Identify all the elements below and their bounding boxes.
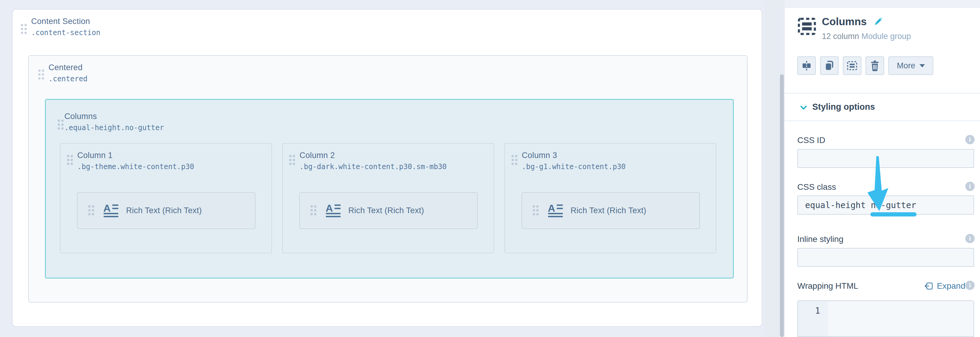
editor-line-number: 1 [798, 301, 828, 336]
module-group-small-icon [846, 60, 858, 72]
info-glyph: i [969, 281, 971, 289]
column-label: Column 2 [299, 151, 447, 160]
drag-handle-icon[interactable] [38, 69, 45, 81]
columns-group-css-class: .equal-height.no-gutter [64, 123, 164, 132]
expand-link[interactable]: Expand [937, 281, 965, 291]
inline-styling-input[interactable] [797, 248, 974, 267]
info-icon[interactable]: i [965, 234, 975, 243]
info-icon[interactable]: i [965, 281, 975, 290]
wrapping-html-editor[interactable]: 1 [797, 300, 974, 337]
content-section-block[interactable]: Content Section .content-section Centere… [12, 9, 762, 327]
columns-group-block-selected[interactable]: Columns .equal-height.no-gutter Column 1… [45, 99, 734, 278]
chevron-down-icon [799, 102, 809, 113]
rich-text-icon: A [103, 204, 119, 218]
centered-label: Centered [49, 63, 88, 72]
panel-top-strip [785, 0, 980, 8]
expand-control[interactable]: Expand [924, 281, 965, 291]
drag-handle-icon[interactable] [532, 205, 539, 217]
svg-text:A: A [326, 204, 333, 214]
column-css-class: .bg-g1.white-content.p30 [522, 163, 626, 171]
duplicate-icon [823, 60, 835, 72]
rich-text-module[interactable]: A Rich Text (Rich Text) [77, 192, 256, 229]
info-icon[interactable]: i [965, 135, 975, 144]
column-label: Column 1 [77, 151, 194, 160]
split-module-button[interactable] [797, 56, 816, 75]
columns-group-label: Columns [64, 112, 164, 121]
subtitle-text: 12 column [822, 32, 861, 41]
info-icon[interactable]: i [965, 182, 975, 191]
css-id-label: CSS ID [797, 136, 825, 145]
module-toolbar: More [797, 56, 933, 75]
section-css-class: .content-section [31, 29, 100, 37]
drag-handle-icon[interactable] [310, 205, 317, 217]
rich-text-icon: A [548, 204, 563, 218]
module-group-icon [797, 17, 816, 36]
centered-block[interactable]: Centered .centered Columns .equal-height… [28, 55, 748, 302]
module-label: Rich Text (Rich Text) [126, 206, 202, 215]
centered-css-class: .centered [49, 75, 88, 83]
group-modules-button[interactable] [843, 56, 861, 75]
column-2-block[interactable]: Column 2 .bg-dark.white-content.p30.sm-m… [282, 143, 494, 253]
module-label: Rich Text (Rich Text) [571, 206, 646, 215]
column-3-block[interactable]: Column 3 .bg-g1.white-content.p30 A [504, 143, 716, 253]
column-css-class: .bg-dark.white-content.p30.sm-mb30 [299, 163, 447, 171]
column-1-block[interactable]: Column 1 .bg-theme.white-content.p30 A [60, 143, 272, 253]
more-button[interactable]: More [888, 56, 933, 75]
info-glyph: i [969, 183, 971, 190]
inline-styling-label: Inline styling [797, 235, 843, 244]
panel-subtitle: 12 column Module group [822, 32, 911, 41]
editor-canvas: Content Section .content-section Centere… [0, 0, 765, 337]
annotation-underline [870, 212, 916, 216]
drag-handle-icon[interactable] [88, 205, 95, 217]
edit-pencil-icon[interactable] [873, 16, 883, 27]
vertical-scrollbar[interactable] [780, 74, 784, 337]
section-label: Content Section [31, 17, 100, 26]
rich-text-module[interactable]: A Rich Text (Rich Text) [299, 192, 478, 229]
column-css-class: .bg-theme.white-content.p30 [77, 163, 194, 171]
panel-gutter [765, 0, 785, 337]
split-module-icon [800, 60, 813, 72]
column-label: Column 3 [522, 151, 626, 160]
styling-options-title: Styling options [812, 102, 875, 112]
trash-icon [869, 60, 881, 72]
drag-handle-icon[interactable] [289, 154, 296, 166]
drag-handle-icon[interactable] [21, 23, 27, 35]
module-group-link[interactable]: Module group [861, 32, 911, 41]
columns-row: Column 1 .bg-theme.white-content.p30 A [60, 143, 716, 253]
panel-title: Columns [822, 16, 867, 27]
expand-editor-icon [924, 281, 933, 291]
more-button-label: More [897, 61, 915, 70]
info-glyph: i [969, 235, 971, 242]
styling-options-header[interactable]: Styling options [785, 94, 980, 121]
info-glyph: i [969, 136, 971, 143]
drag-handle-icon[interactable] [511, 154, 518, 166]
module-settings-panel: Columns 12 column Module group [785, 0, 980, 337]
css-class-label: CSS class [797, 182, 836, 192]
svg-text:A: A [103, 204, 111, 214]
editor-content-area[interactable] [828, 301, 974, 336]
rich-text-icon: A [326, 204, 341, 218]
wrapping-html-label: Wrapping HTML [797, 281, 858, 291]
drag-handle-icon[interactable] [57, 119, 64, 131]
section-divider [785, 121, 980, 121]
caret-down-icon [920, 64, 925, 67]
page-editor: Content Section .content-section Centere… [0, 0, 980, 337]
duplicate-button[interactable] [820, 56, 838, 75]
annotation-arrow-icon [864, 156, 897, 212]
drag-handle-icon[interactable] [67, 154, 74, 166]
delete-button[interactable] [865, 56, 884, 75]
module-label: Rich Text (Rich Text) [348, 206, 424, 215]
svg-text:A: A [548, 204, 555, 214]
rich-text-module[interactable]: A Rich Text (Rich Text) [522, 192, 700, 229]
